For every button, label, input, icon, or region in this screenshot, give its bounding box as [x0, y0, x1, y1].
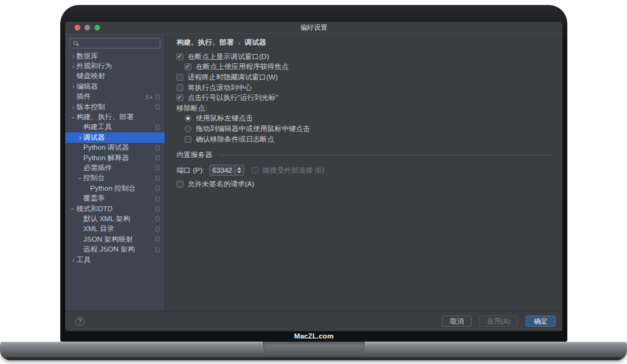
port-input[interactable] — [210, 165, 235, 175]
checkbox-accept-external-connections — [252, 167, 259, 174]
checkbox-scroll-to-center[interactable] — [176, 84, 183, 91]
window-titlebar: 偏好设置 — [65, 22, 562, 34]
sidebar-item-version-control[interactable]: › 版本控制 — [65, 102, 165, 112]
sidebar-item-keymap[interactable]: › 键盘映射 — [65, 71, 165, 81]
apply-button[interactable]: 应用(A) — [479, 316, 518, 327]
sidebar-item-required-plugins[interactable]: › 必需插件 — [65, 163, 165, 173]
laptop-base — [0, 342, 627, 360]
checkbox-focus-app-on-breakpoint[interactable] — [185, 63, 191, 70]
sidebar-item-schemas-dtd[interactable]: › 模式和DTD — [65, 204, 165, 214]
laptop-lid: 偏好设置 › 数据库 › — [60, 5, 567, 342]
translated-badge-icon — [155, 237, 160, 242]
sidebar-item-python-interpreter[interactable]: › Python 解释器 — [65, 153, 165, 163]
translated-badge-icon — [155, 216, 160, 222]
chevron-right-icon: › — [77, 134, 83, 140]
breadcrumb: 构建、执行、部署 › 调试器 — [176, 38, 562, 47]
radio-drag-or-middle-click[interactable] — [185, 125, 191, 132]
spinner-arrows[interactable] — [235, 165, 244, 175]
option-row: 在断点上使应用程序获得焦点 — [185, 62, 562, 73]
chevron-down-icon: › — [77, 175, 83, 181]
chevron-down-icon: › — [70, 206, 76, 212]
checkbox-allow-unsigned-requests[interactable] — [176, 181, 183, 188]
translated-badge-icon — [155, 145, 160, 150]
sidebar-item-xml-catalog[interactable]: › XML 目录 — [65, 224, 165, 234]
preferences-window: 偏好设置 › 数据库 › — [65, 22, 562, 331]
sidebar-item-console[interactable]: › 控制台 — [65, 173, 165, 183]
traffic-lights — [75, 25, 100, 30]
option-row: 拖动到编辑器中或使用鼠标中键点击 — [185, 124, 562, 134]
sidebar-item-python-debugger[interactable]: › Python 调试器 — [65, 143, 165, 153]
checkbox-hide-debug-window[interactable] — [176, 74, 183, 81]
window-footer: ? 取消 应用(A) 确定 — [65, 311, 562, 331]
option-row: 点击行号以执行“运行到光标” — [176, 93, 562, 103]
sidebar-item-debugger[interactable]: › 调试器 — [65, 132, 165, 142]
translated-badge-icon — [155, 155, 160, 161]
window-title: 偏好设置 — [65, 23, 562, 32]
sidebar-item-tools[interactable]: › 工具 — [65, 255, 165, 265]
sidebar-item-appearance[interactable]: › 外观和行为 — [65, 61, 165, 71]
translated-badge-icon — [155, 104, 160, 110]
chevron-right-icon: › — [70, 83, 76, 89]
debugger-settings-panel: 构建、执行、部署 › 调试器 在断点上显示调试窗口(D) 在断点上使应用程序获得… — [165, 34, 562, 311]
option-row: 确认移除条件或日志断点 — [185, 134, 562, 145]
sidebar-item-remote-json-schemas[interactable]: › 远程 JSON 架构 — [65, 244, 165, 254]
settings-sidebar: › 数据库 › 外观和行为 › 键盘映射 › 编 — [65, 34, 165, 311]
sidebar-item-build-execution-deployment[interactable]: › 构建、执行、部署 — [65, 112, 165, 122]
translated-badge-icon — [155, 165, 160, 171]
settings-tree: › 数据库 › 外观和行为 › 键盘映射 › 编 — [65, 51, 165, 265]
checkbox-show-debug-window[interactable] — [176, 53, 183, 60]
translated-badge-icon — [155, 247, 160, 252]
cancel-button[interactable]: 取消 — [442, 316, 472, 327]
sidebar-item-database[interactable]: › 数据库 — [65, 51, 165, 61]
breadcrumb-separator-icon: › — [238, 39, 240, 47]
chevron-right-icon: › — [70, 257, 76, 263]
chevron-right-icon: › — [70, 63, 76, 70]
close-window-icon[interactable] — [75, 25, 80, 30]
translated-badge-icon — [155, 226, 160, 232]
radio-left-click[interactable] — [185, 115, 191, 122]
chevron-right-icon: › — [70, 53, 76, 59]
spinner-up-icon[interactable] — [237, 167, 241, 170]
translated-badge-icon — [155, 196, 160, 201]
search-input[interactable] — [80, 39, 157, 48]
translated-badge-icon — [155, 124, 160, 130]
checkbox-click-line-run-to-cursor[interactable] — [176, 94, 183, 101]
translated-badge-icon — [155, 186, 160, 191]
option-row: 在断点上显示调试窗口(D) — [176, 52, 562, 62]
sidebar-item-editor[interactable]: › 编辑器 — [65, 81, 165, 91]
chevron-right-icon: › — [70, 104, 76, 110]
option-row: 使用鼠标左键点击 — [185, 114, 562, 124]
laptop-screen: 偏好设置 › 数据库 › — [65, 22, 562, 331]
sidebar-item-default-xml-schemas[interactable]: › 默认 XML 架构 — [65, 214, 165, 224]
translated-badge-icon — [155, 94, 160, 99]
translated-badge-icon — [155, 206, 160, 212]
laptop-lid-notch — [263, 342, 365, 353]
laptop-brand-label: MacZL.com — [60, 332, 567, 342]
builtin-server-section-header: 内置服务器 — [176, 150, 562, 160]
port-row: 端口 (P): 能接受外部连接 (E) — [176, 165, 562, 176]
remove-breakpoints-label-row: 移除断点: — [176, 103, 562, 114]
help-button[interactable]: ? — [75, 317, 85, 326]
option-row: 将执行点滚动到中心 — [176, 83, 562, 93]
sidebar-item-python-console[interactable]: › Python 控制台 — [65, 183, 165, 193]
spinner-down-icon[interactable] — [237, 171, 241, 173]
checkbox-confirm-remove-conditional[interactable] — [185, 136, 191, 143]
sidebar-item-build-tools[interactable]: › 构建工具 — [65, 122, 165, 132]
sidebar-item-plugins[interactable]: › 插件 文A — [65, 92, 165, 102]
sidebar-item-json-schema-mappings[interactable]: › JSON 架构映射 — [65, 234, 165, 244]
port-spinner — [209, 165, 244, 176]
translated-badge-icon — [155, 175, 160, 181]
option-row: 进程终止时隐藏调试窗口(W) — [176, 72, 562, 83]
sidebar-item-coverage[interactable]: › 覆盖率 — [65, 193, 165, 203]
chevron-down-icon: › — [70, 114, 76, 121]
option-row: 允许未签名的请求(A) — [176, 179, 562, 189]
zoom-window-icon[interactable] — [94, 25, 100, 30]
sidebar-search[interactable] — [70, 38, 160, 48]
laptop-base-rim — [6, 357, 621, 360]
translate-icon: 文A — [145, 94, 152, 99]
ok-button[interactable]: 确定 — [526, 316, 556, 327]
section-divider — [219, 155, 554, 155]
minimize-window-icon[interactable] — [85, 25, 90, 30]
search-icon — [73, 41, 78, 45]
